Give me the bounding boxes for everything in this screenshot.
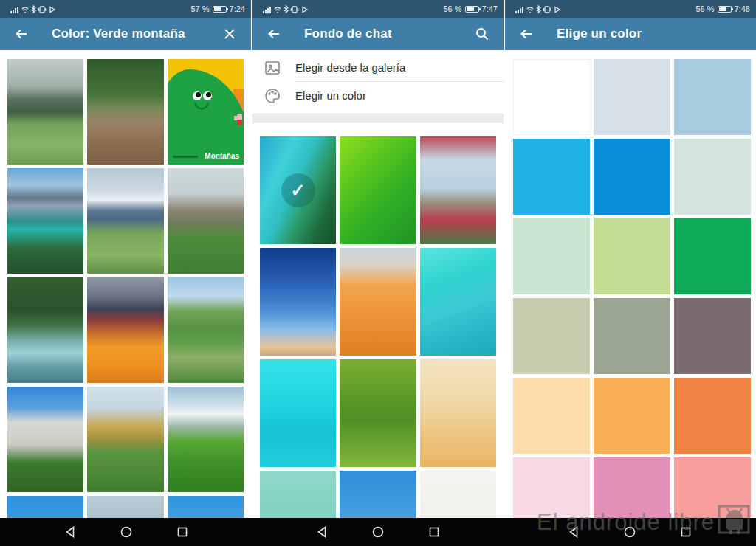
wallpaper-tile-green-fern[interactable] — [340, 136, 416, 244]
battery-icon — [718, 6, 732, 13]
wallpaper-tile-blue-sky[interactable] — [340, 471, 416, 518]
wallpaper-tile-calm-sea[interactable] — [260, 471, 336, 518]
nav-back-button[interactable] — [63, 525, 78, 539]
phone-screen-color-picker: 56 % 7:48 Elige un color — [504, 0, 756, 546]
photo-tile-sky-foliage[interactable] — [7, 496, 83, 518]
wallpaper-tile-aerial-coast-selected[interactable]: ✓ — [260, 136, 336, 244]
color-swatch-salmon-pink[interactable] — [674, 457, 751, 518]
menu-item-choose-a-color[interactable]: Elegir un color — [252, 82, 504, 109]
color-swatch-pink[interactable] — [594, 457, 670, 518]
screenshot-composite: 57 % 7:24 Color: Verde montaña — [0, 0, 756, 546]
play-icon — [50, 7, 55, 12]
color-swatch-pale-pink[interactable] — [513, 457, 590, 518]
vibrate-icon — [291, 7, 298, 13]
nav-recents-button[interactable] — [678, 525, 693, 539]
close-button[interactable] — [220, 24, 239, 44]
nav-back-button[interactable] — [566, 525, 581, 539]
wallpaper-tile-turquoise-water[interactable] — [260, 359, 336, 467]
bluetooth-icon — [537, 6, 540, 13]
nav-recents-button[interactable] — [427, 525, 441, 539]
wallpaper-tile-sand-dune[interactable] — [340, 248, 416, 356]
illustration-caption: Montañas — [205, 152, 239, 160]
search-button[interactable] — [472, 24, 492, 44]
back-button[interactable] — [12, 24, 31, 44]
android-navigation-bar — [0, 518, 756, 546]
photo-tile-green-hills[interactable] — [168, 277, 244, 383]
color-swatch-green[interactable] — [674, 218, 751, 294]
page-title: Color: Verde montaña — [52, 27, 220, 41]
wifi-icon — [22, 7, 28, 13]
phone-screen-color-gallery: 57 % 7:24 Color: Verde montaña — [0, 0, 251, 546]
photo-tile-flooded-campsite[interactable] — [87, 59, 163, 165]
wallpaper-tile-lagoon-bungalows[interactable] — [420, 248, 496, 356]
gallery-icon — [264, 60, 281, 76]
nav-home-icon — [372, 526, 384, 538]
photo-tile-river-fisherman[interactable] — [7, 277, 83, 383]
status-icons — [511, 4, 570, 14]
status-bar: 56 % 7:48 — [505, 0, 756, 18]
status-icons — [6, 4, 65, 14]
color-swatch-light-blue[interactable] — [674, 59, 751, 135]
status-icons — [258, 4, 317, 14]
nav-recents-icon — [680, 526, 692, 538]
color-swatch-pale-green-gray[interactable] — [674, 139, 751, 215]
nav-back-button[interactable] — [315, 525, 329, 539]
signal-icon — [515, 7, 523, 13]
photo-tile-tulip-field[interactable] — [87, 277, 163, 383]
photo-tile-montanas-illustration[interactable]: Montañas — [168, 59, 244, 165]
photo-tile-sky-clouds[interactable] — [168, 496, 244, 518]
play-icon — [303, 7, 307, 12]
wallpaper-tile-eiffel-tower[interactable] — [420, 136, 496, 244]
color-swatch-pale-peach[interactable] — [513, 378, 590, 454]
photo-tile-lake-mountains[interactable] — [7, 168, 83, 274]
color-swatch-gray-green[interactable] — [594, 298, 670, 374]
wallpaper-tile-yellow-wall[interactable] — [420, 359, 496, 467]
photo-tile-mountain-sky[interactable] — [87, 496, 163, 518]
back-button[interactable] — [264, 24, 284, 44]
back-button[interactable] — [517, 24, 536, 44]
wallpaper-tile-white-texture[interactable] — [420, 471, 496, 518]
chat-background-page: Elegir desde la galería Elegir un color … — [252, 50, 504, 518]
check-icon: ✓ — [281, 173, 315, 207]
photo-tile-autumn-park[interactable] — [87, 387, 163, 492]
color-swatch-mauve-gray[interactable] — [674, 298, 751, 374]
signal-icon — [10, 7, 18, 13]
color-swatch-pale-blue-gray[interactable] — [594, 59, 670, 135]
photo-gallery: Montañas — [0, 50, 251, 518]
play-icon — [555, 7, 560, 12]
back-arrow-icon — [14, 27, 29, 41]
menu-item-label: Elegir un color — [295, 89, 366, 102]
nav-group — [0, 518, 252, 546]
bluetooth-icon — [284, 6, 288, 13]
wallpaper-tile-bokeh-leaves[interactable] — [340, 359, 416, 467]
photo-tile-misty-mountain[interactable] — [7, 59, 83, 165]
photo-tile-park-playground[interactable] — [168, 168, 244, 274]
color-swatch-orange[interactable] — [674, 378, 751, 454]
color-swatch-white[interactable] — [513, 59, 590, 135]
color-swatch-pale-mint[interactable] — [513, 218, 590, 294]
status-icon-strip — [515, 4, 570, 14]
nav-home-button[interactable] — [371, 525, 385, 539]
color-swatch-orange-yellow[interactable] — [594, 378, 670, 454]
page-title: Elige un color — [557, 27, 744, 41]
back-arrow-icon — [267, 27, 281, 41]
nav-home-icon — [624, 526, 636, 538]
app-bar: Elige un color — [505, 18, 756, 50]
nav-home-button[interactable] — [119, 525, 134, 539]
wallpaper-tile-lighthouse[interactable] — [260, 248, 336, 356]
illustration-green-blob — [168, 69, 244, 165]
nav-recents-button[interactable] — [175, 525, 190, 539]
nav-home-button[interactable] — [622, 525, 637, 539]
photo-tile-snowy-range[interactable] — [87, 168, 163, 274]
color-swatch-light-yellow-green[interactable] — [594, 218, 670, 294]
nav-back-icon — [568, 526, 580, 538]
photo-tile-ski-map[interactable] — [168, 387, 244, 492]
nav-back-icon — [64, 526, 76, 538]
nav-home-icon — [120, 526, 132, 538]
menu-item-choose-from-gallery[interactable]: Elegir desde la galería — [252, 54, 504, 81]
color-swatch-olive-beige[interactable] — [513, 298, 590, 374]
color-swatch-blue[interactable] — [594, 139, 670, 215]
color-swatch-cyan-blue[interactable] — [513, 139, 590, 215]
photo-tile-white-building[interactable] — [7, 387, 83, 492]
illustration-fineprint — [173, 156, 198, 158]
